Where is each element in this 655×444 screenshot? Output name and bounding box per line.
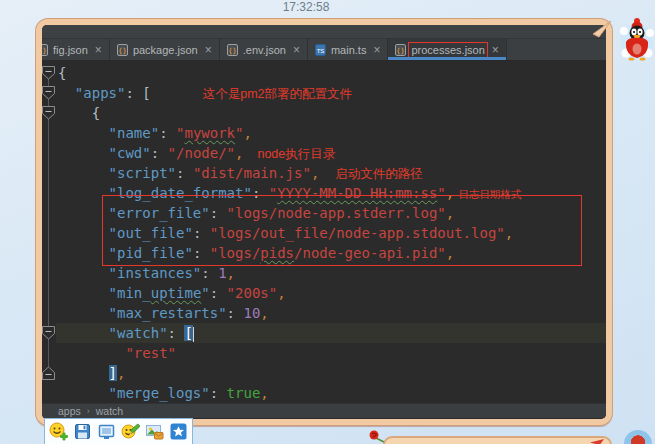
rose-icon: [368, 429, 386, 443]
code-token: [58, 365, 109, 381]
fold-marker-icon[interactable]: [42, 323, 56, 343]
code-token: :: [193, 225, 210, 241]
image-icon[interactable]: [145, 422, 164, 441]
code-token: [58, 125, 109, 141]
code-token: ,: [243, 125, 251, 141]
code-line: "error_file": "logs/node-app.stderr.log"…: [42, 203, 606, 223]
code-token: "apps": [75, 85, 126, 101]
tab-label: .env.json: [242, 44, 287, 56]
fold-marker-icon[interactable]: [42, 83, 56, 103]
bubble-tail: [591, 20, 613, 38]
code-line: "watch": [: [42, 323, 606, 343]
ide-window: {}fig.json×{}package.json×{}.env.json×TS…: [42, 25, 606, 419]
ts-file-icon: TS: [315, 44, 326, 56]
svg-text:TS: TS: [317, 47, 325, 53]
fold-start-icon: [42, 106, 55, 120]
code-token: pids: [260, 245, 294, 261]
tab-close-icon[interactable]: ×: [95, 45, 102, 55]
code-token: YYYY-MM-DD HH:mm:ss: [277, 185, 437, 201]
breadcrumb-separator-icon: ›: [87, 406, 90, 416]
red-mark-icon: [590, 439, 604, 444]
code-line: "merge_logs": true,: [42, 383, 606, 403]
fold-start-icon: [42, 326, 55, 340]
code-token: [58, 165, 109, 181]
breadcrumb[interactable]: apps › watch: [42, 403, 606, 418]
code-token: "logs/node-app.stderr.log": [227, 205, 446, 221]
code-token: {: [58, 105, 100, 121]
tab-.env.json[interactable]: {}.env.json×: [220, 39, 308, 60]
svg-text:{}: {}: [118, 46, 126, 54]
code-token: ": [437, 185, 445, 201]
tab-close-icon[interactable]: ×: [205, 45, 212, 55]
next-message-bubble[interactable]: [383, 436, 612, 444]
tab-package.json[interactable]: {}package.json×: [110, 39, 220, 60]
screen-capture-icon[interactable]: [97, 422, 116, 441]
code-token: "instances": [109, 265, 202, 281]
save-icon[interactable]: [73, 422, 92, 441]
code-token: [58, 245, 109, 261]
code-token: :: [168, 325, 185, 341]
json-file-icon: {}: [227, 44, 238, 56]
code-token: ,: [235, 145, 243, 161]
code-token: ,: [505, 225, 513, 241]
code-token: ,: [446, 185, 454, 201]
partial-avatar[interactable]: [624, 430, 652, 444]
code-token: [58, 305, 109, 321]
code-token: ,: [117, 365, 125, 381]
code-token: "watch": [109, 325, 168, 341]
fold-start-icon: [42, 86, 55, 100]
code-token: "dist/main.js": [193, 165, 311, 181]
breadcrumb-item[interactable]: apps: [58, 405, 81, 417]
chat-timestamp: 17:32:58: [0, 0, 612, 16]
code-token: "error_file": [109, 205, 210, 221]
code-token: [58, 345, 125, 361]
code-token: ,: [227, 265, 235, 281]
code-token: ": [269, 185, 277, 201]
tab-close-icon[interactable]: ×: [293, 45, 300, 55]
code-area: { "apps": [这个是pm2部署的配置文件 { "name": "mywo…: [42, 63, 606, 403]
code-line: {: [42, 63, 606, 83]
favorites-icon[interactable]: [169, 422, 188, 441]
code-token: "/node/": [168, 145, 235, 161]
code-line: "min_uptime": "200s",: [42, 283, 606, 303]
code-token: [58, 225, 109, 241]
tab-fig.json[interactable]: {}fig.json×: [42, 39, 110, 60]
editor[interactable]: { "apps": [这个是pm2部署的配置文件 { "name": "mywo…: [42, 61, 606, 403]
fold-marker-icon[interactable]: [42, 363, 56, 383]
code-line: "out_file": "logs/out_file/node-app.stdo…: [42, 223, 606, 243]
fold-marker-icon[interactable]: [42, 103, 56, 123]
code-token: ,: [260, 385, 268, 401]
fold-start-icon: [42, 66, 55, 80]
code-token: [: [184, 325, 192, 341]
message-bubble[interactable]: {}fig.json×{}package.json×{}.env.json×TS…: [36, 19, 612, 425]
code-token: 1: [218, 265, 226, 281]
code-token: [58, 85, 75, 101]
code-token: "200s": [227, 285, 278, 301]
code-line: "max_restarts": 10,: [42, 303, 606, 323]
json-file-icon: {}: [395, 44, 406, 56]
tab-main.ts[interactable]: TSmain.ts×: [308, 39, 388, 60]
annotation-text: 这个是pm2部署的配置文件: [203, 87, 352, 101]
code-token: ,: [311, 165, 319, 181]
code-token: :: [151, 145, 168, 161]
code-token: uptime: [151, 285, 202, 301]
qq-penguin-avatar[interactable]: [619, 15, 655, 62]
code-line: "cwd": "/node/",node执行目录: [42, 143, 606, 163]
tab-processes.json[interactable]: {}processes.json×: [388, 39, 506, 60]
tab-close-icon[interactable]: ×: [492, 45, 499, 55]
breadcrumb-item[interactable]: watch: [96, 405, 123, 417]
code-token: [58, 325, 109, 341]
annotation-text: 启动文件的路径: [335, 167, 423, 181]
json-file-icon: {}: [42, 44, 48, 56]
ide-titlebar: [42, 25, 606, 39]
code-token: :: [210, 285, 227, 301]
gutter: [42, 163, 56, 183]
chat-toolbar: [44, 418, 193, 444]
emoticon-add-icon[interactable]: [49, 422, 68, 441]
gutter: [42, 343, 56, 363]
code-token: [58, 265, 109, 281]
code-token: "logs/: [210, 245, 261, 261]
tab-close-icon[interactable]: ×: [373, 45, 380, 55]
fold-marker-icon[interactable]: [42, 63, 56, 83]
doodle-icon[interactable]: [121, 422, 140, 441]
